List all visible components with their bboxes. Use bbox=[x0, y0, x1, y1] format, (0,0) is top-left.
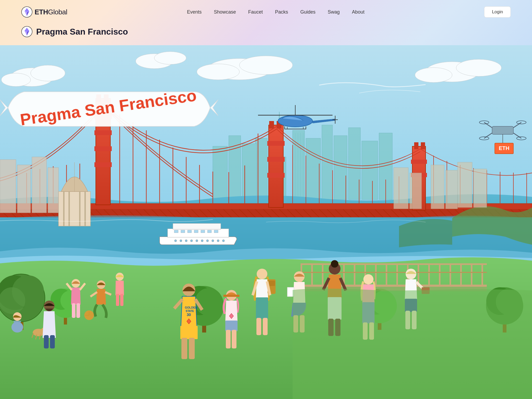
svg-rect-184 bbox=[492, 126, 513, 134]
svg-rect-283 bbox=[225, 321, 238, 331]
svg-rect-243 bbox=[450, 263, 451, 287]
svg-point-160 bbox=[174, 240, 177, 242]
svg-point-208 bbox=[195, 288, 223, 316]
svg-rect-116 bbox=[267, 157, 285, 162]
svg-rect-234 bbox=[354, 263, 355, 287]
svg-point-161 bbox=[180, 240, 182, 242]
svg-rect-24 bbox=[306, 138, 321, 200]
nav-swag[interactable]: Swag bbox=[323, 7, 344, 17]
hero-svg: ETH bbox=[0, 45, 532, 399]
svg-rect-30 bbox=[255, 138, 267, 200]
svg-rect-237 bbox=[386, 263, 387, 287]
svg-rect-242 bbox=[439, 263, 440, 287]
logo-text: ETHGlobal bbox=[35, 8, 67, 16]
svg-rect-231 bbox=[322, 263, 323, 287]
svg-rect-238 bbox=[396, 263, 398, 287]
svg-rect-325 bbox=[473, 169, 487, 207]
svg-rect-171 bbox=[181, 230, 185, 233]
svg-rect-32 bbox=[229, 136, 241, 200]
svg-rect-31 bbox=[242, 144, 257, 200]
login-button[interactable]: Login bbox=[484, 6, 511, 18]
svg-rect-118 bbox=[269, 121, 274, 128]
svg-rect-170 bbox=[174, 230, 178, 233]
svg-point-14 bbox=[239, 56, 293, 74]
nav-showcase[interactable]: Showcase bbox=[209, 7, 241, 17]
svg-rect-278 bbox=[181, 338, 187, 359]
svg-rect-176 bbox=[214, 230, 218, 233]
svg-rect-172 bbox=[188, 230, 192, 233]
svg-point-166 bbox=[206, 240, 209, 242]
svg-rect-173 bbox=[194, 230, 198, 233]
nav-about[interactable]: About bbox=[347, 7, 369, 17]
svg-point-169 bbox=[222, 240, 225, 242]
svg-rect-175 bbox=[207, 230, 211, 233]
svg-rect-111 bbox=[94, 162, 112, 167]
svg-rect-291 bbox=[256, 318, 261, 335]
svg-rect-247 bbox=[301, 263, 487, 265]
logo-area[interactable]: ETHGlobal bbox=[21, 6, 67, 18]
svg-rect-320 bbox=[394, 168, 408, 209]
pragma-logo-icon bbox=[21, 26, 32, 37]
svg-point-306 bbox=[363, 274, 373, 284]
svg-rect-241 bbox=[428, 263, 430, 287]
svg-point-165 bbox=[201, 240, 203, 242]
nav-guides[interactable]: Guides bbox=[296, 7, 320, 17]
svg-rect-279 bbox=[189, 338, 195, 359]
svg-text:GOLDEN: GOLDEN bbox=[185, 306, 197, 309]
svg-rect-114 bbox=[269, 125, 283, 207]
svg-rect-26 bbox=[334, 136, 347, 200]
svg-rect-226 bbox=[48, 168, 59, 213]
svg-rect-282 bbox=[223, 295, 239, 297]
nav-packs[interactable]: Packs bbox=[270, 7, 293, 17]
svg-rect-246 bbox=[481, 263, 483, 287]
svg-rect-110 bbox=[94, 146, 112, 151]
main-nav: Events Showcase Faucet Packs Guides Swag… bbox=[182, 7, 369, 17]
svg-rect-322 bbox=[431, 165, 444, 209]
svg-rect-248 bbox=[301, 272, 487, 273]
svg-rect-174 bbox=[201, 230, 205, 233]
svg-rect-223 bbox=[0, 160, 16, 213]
svg-point-12 bbox=[1, 73, 31, 86]
nav-faucet[interactable]: Faucet bbox=[243, 7, 268, 17]
svg-rect-121 bbox=[411, 160, 427, 164]
svg-rect-323 bbox=[446, 170, 458, 209]
svg-rect-115 bbox=[267, 141, 285, 146]
svg-rect-27 bbox=[348, 128, 360, 200]
svg-rect-33 bbox=[213, 146, 227, 200]
svg-rect-258 bbox=[44, 335, 49, 348]
svg-rect-123 bbox=[414, 142, 418, 149]
svg-rect-264 bbox=[76, 303, 80, 318]
svg-point-20 bbox=[154, 52, 186, 64]
svg-rect-230 bbox=[311, 263, 313, 287]
svg-rect-324 bbox=[458, 162, 472, 207]
eth-global-logo-icon bbox=[21, 6, 32, 18]
svg-text:30: 30 bbox=[187, 313, 191, 317]
svg-rect-285 bbox=[232, 330, 236, 348]
svg-rect-290 bbox=[256, 297, 268, 319]
svg-rect-159 bbox=[173, 223, 221, 229]
svg-rect-269 bbox=[116, 294, 119, 306]
nav-events[interactable]: Events bbox=[182, 7, 206, 17]
svg-point-15 bbox=[197, 64, 239, 80]
svg-rect-292 bbox=[263, 318, 268, 335]
svg-point-167 bbox=[212, 240, 214, 242]
svg-point-300 bbox=[331, 260, 338, 268]
svg-rect-109 bbox=[94, 130, 112, 135]
svg-point-17 bbox=[456, 59, 501, 76]
page-title: Pragma San Francisco bbox=[36, 27, 128, 37]
svg-rect-224 bbox=[17, 165, 31, 213]
svg-text:STATE: STATE bbox=[186, 310, 194, 313]
svg-rect-263 bbox=[72, 303, 76, 318]
svg-rect-321 bbox=[410, 173, 422, 209]
svg-rect-225 bbox=[32, 157, 47, 213]
svg-rect-23 bbox=[293, 130, 305, 200]
svg-point-250 bbox=[11, 322, 23, 332]
svg-rect-284 bbox=[226, 330, 231, 348]
svg-rect-245 bbox=[471, 263, 472, 287]
navbar: ETHGlobal Events Showcase Faucet Packs G… bbox=[21, 0, 511, 21]
svg-rect-277 bbox=[180, 326, 198, 339]
svg-point-164 bbox=[196, 240, 198, 242]
header: ETHGlobal Events Showcase Faucet Packs G… bbox=[0, 0, 532, 45]
hero-illustration: ETH bbox=[0, 45, 532, 399]
svg-point-163 bbox=[190, 240, 193, 242]
